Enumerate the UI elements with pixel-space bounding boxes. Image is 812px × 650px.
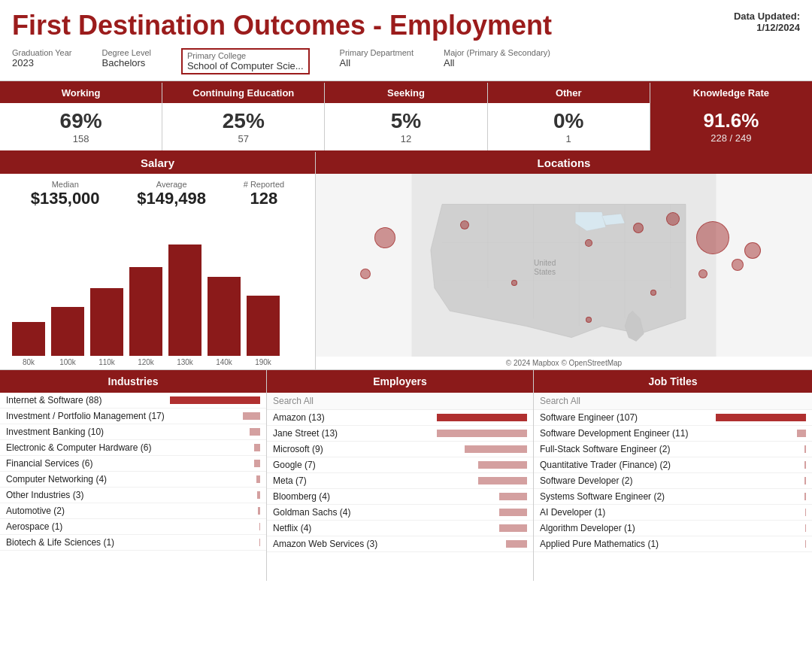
map-bubble-9 [732,259,744,271]
list-item-bar [797,430,806,437]
list-item-bar [805,524,806,532]
list-item-bar [465,445,527,453]
list-item-bar [437,414,527,421]
map-bubble-1 [360,269,371,279]
list-item-label: Jane Street (13) [273,428,432,439]
list-item[interactable]: Investment / Portfolio Management (17) [0,409,266,424]
stat-seeking-header: Seeking [325,83,486,103]
list-item-label: Electronic & Computer Hardware (6) [6,442,250,453]
list-item-label: Other Industries (3) [6,490,253,500]
list-item[interactable]: Investment Banking (10) [0,424,266,440]
bar-rect [168,245,201,356]
list-item[interactable]: Jane Street (13) [267,426,533,442]
list-item-bar [804,493,806,500]
salary-header: Salary [0,152,315,174]
salary-bar-120k: 120k [129,267,162,366]
salary-chart: 80k100k110k120k130k140k190k [0,211,315,369]
list-item[interactable]: Financial Services (6) [0,456,266,472]
bar-label: 110k [98,358,115,366]
list-item[interactable]: Software Engineer (107) [534,410,812,426]
bar-rect [51,307,84,356]
filters-bar: Graduation Year 2023 Degree Level Bachel… [0,45,812,81]
map-bubble-11 [650,290,656,296]
map-caption: © 2024 Mapbox © OpenStreetMap [316,357,812,369]
list-item-bar [256,475,260,483]
list-item[interactable]: Biotech & Life Sciences (1) [0,535,266,551]
list-item[interactable]: Full-Stack Software Engineer (2) [534,442,812,457]
list-item-label: Applied Pure Mathematics (1) [540,539,801,549]
list-item[interactable]: Meta (7) [267,473,533,489]
list-item-bar [243,412,260,420]
list-item[interactable]: AI Developer (1) [534,505,812,521]
stat-cont-edu-header: Continuing Education [162,83,324,103]
stat-knowledge-rate: Knowledge Rate 91.6% 228 / 249 [650,83,812,150]
map-bubble-7 [696,221,729,254]
bar-rect [129,267,162,356]
list-item[interactable]: Other Industries (3) [0,487,266,503]
salary-bar-100k: 100k [51,307,84,366]
list-item-label: Internet & Software (88) [6,395,165,405]
list-item-label: Google (7) [273,460,474,470]
filter-primary-college[interactable]: Primary College School of Computer Scie.… [181,48,310,74]
list-item[interactable]: Algorithm Developer (1) [534,521,812,536]
list-item-label: Full-Stack Software Engineer (2) [540,444,800,454]
map-bubble-8 [744,242,761,259]
jobtitles-list: Software Engineer (107)Software Developm… [534,410,812,552]
salary-bar-80k: 80k [12,322,45,366]
map-bubble-5 [633,223,644,233]
list-item[interactable]: Software Developer (2) [534,473,812,489]
list-item-label: Quantitative Trader (Finance) (2) [540,460,800,470]
list-item-bar [805,509,806,516]
salary-bar-190k: 190k [247,296,280,366]
map-area: United States [316,174,812,357]
list-item[interactable]: Amazon Web Services (3) [267,536,533,552]
map-bubble-0 [374,227,395,248]
list-item-label: Amazon Web Services (3) [273,539,501,549]
salary-bar-130k: 130k [168,245,201,366]
list-item[interactable]: Systems Software Engineer (2) [534,489,812,505]
list-item[interactable]: Quantitative Trader (Finance) (2) [534,457,812,473]
filter-major: Major (Primary & Secondary) All [444,48,550,74]
bottom-section: Industries Internet & Software (88)Inves… [0,370,812,581]
bar-rect [247,296,280,356]
employers-search[interactable]: Search All [267,393,533,410]
list-item-bar [478,477,527,484]
bar-label: 120k [138,358,154,366]
locations-section: Locations United States © 2024 Mapbo [316,152,812,369]
list-item-label: Software Development Engineer (11) [540,428,792,439]
list-item[interactable]: Amazon (13) [267,410,533,426]
list-item-label: Microsoft (9) [273,444,460,454]
list-item[interactable]: Internet & Software (88) [0,393,266,409]
list-item[interactable]: Applied Pure Mathematics (1) [534,536,812,552]
bars-container: 80k100k110k120k130k140k190k [12,238,303,366]
list-item[interactable]: Bloomberg (4) [267,489,533,505]
list-item-bar [254,460,260,467]
list-item[interactable]: Google (7) [267,457,533,473]
stat-working-header: Working [0,83,162,103]
list-item-label: Goldman Sachs (4) [273,507,495,518]
bar-label: 100k [59,358,76,366]
filter-primary-dept: Primary Department All [340,48,414,74]
list-item-bar [499,509,527,516]
map-bubble-4 [585,239,592,247]
list-item-bar [259,523,260,530]
middle-section: Salary Median $135,000 Average $149,498 … [0,152,812,370]
jobtitles-search[interactable]: Search All [534,393,812,410]
salary-median: Median $135,000 [31,180,100,208]
list-item[interactable]: Goldman Sachs (4) [267,505,533,521]
list-item[interactable]: Automotive (2) [0,503,266,519]
list-item-bar [506,540,527,548]
list-item-label: Meta (7) [273,475,474,486]
list-item[interactable]: Aerospace (1) [0,519,266,535]
list-item-label: Software Engineer (107) [540,412,711,423]
list-item-label: Investment / Portfolio Management (17) [6,411,238,421]
list-item[interactable]: Netflix (4) [267,521,533,536]
list-item[interactable]: Microsoft (9) [267,442,533,457]
list-item[interactable]: Computer Networking (4) [0,472,266,487]
list-item-label: Biotech & Life Sciences (1) [6,537,255,548]
list-item-bar [259,539,260,546]
locations-header: Locations [316,152,812,174]
list-item-label: Systems Software Engineer (2) [540,491,800,502]
list-item[interactable]: Electronic & Computer Hardware (6) [0,440,266,456]
list-item[interactable]: Software Development Engineer (11) [534,426,812,442]
